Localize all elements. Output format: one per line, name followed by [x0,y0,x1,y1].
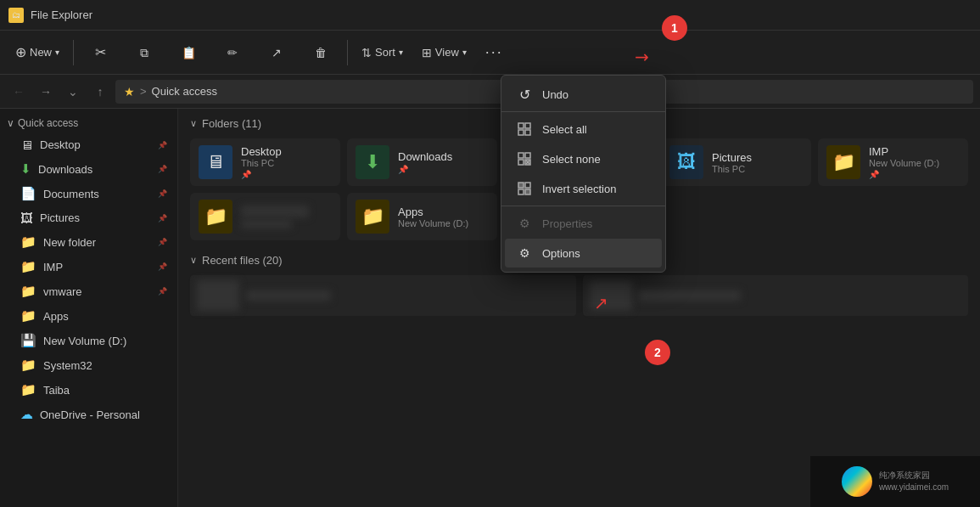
recent-section-label: Recent files (20) [202,254,283,267]
menu-item-label: Invert selection [542,183,616,195]
sidebar-item-imp[interactable]: 📁 IMP [3,255,174,279]
delete-icon: 🗑 [315,47,327,59]
sidebar-item-label: New folder [43,236,96,249]
properties-icon: ⚙ [517,216,532,231]
watermark-text: 纯净系统家园 www.yidaimei.com [879,470,949,493]
more-icon: ··· [485,43,503,61]
menu-item-invert-selection[interactable]: Invert selection [505,174,662,203]
menu-item-label: Select all [542,123,587,136]
invert-selection-icon [517,181,532,196]
recent-info [639,290,741,301]
menu-separator-2 [501,206,665,206]
folder-info: IMP New Volume (D:) 📌 [869,145,939,179]
sidebar-item-label: Apps [43,310,69,323]
svg-rect-12 [518,189,524,194]
watermark-icon [842,466,872,497]
menu-item-label: Options [542,247,580,260]
folder-card-desktop[interactable]: 🖥 Desktop This PC 📌 [190,138,340,186]
copy-button[interactable]: ⧉ [123,34,165,71]
folder-thumb: 🖼 [669,145,703,179]
folder-card-imp[interactable]: 📁 IMP New Volume (D:) 📌 [818,138,968,186]
svg-rect-6 [518,160,524,165]
folder-thumb: ⬇ [356,145,389,179]
menu-item-undo[interactable]: ↺ Undo [505,80,662,109]
svg-rect-5 [525,153,530,158]
menu-item-options[interactable]: ⚙ Options [505,239,662,268]
folder-sub: New Volume (D:) [869,158,939,168]
new-label: New [30,46,52,59]
sidebar-item-downloads[interactable]: ⬇ Downloads [3,157,174,181]
sidebar-item-pictures[interactable]: 🖼 Pictures [3,206,174,229]
cut-button[interactable]: ✂ [79,34,121,71]
view-chevron-icon: ▾ [462,48,467,57]
quick-access-header[interactable]: ∨ Quick access [0,114,177,132]
recent-item-2[interactable] [583,275,969,316]
breadcrumb-separator: > [140,85,147,98]
folder-icon: 📁 [20,259,36,274]
folder-card-pictures[interactable]: 🖼 Pictures This PC [661,138,811,186]
drive-icon: 💾 [20,333,36,348]
menu-item-select-none[interactable]: Select none [505,144,662,173]
recent-item-1[interactable] [190,275,576,316]
share-button[interactable]: ↗ [255,34,298,71]
sidebar-item-label: Pictures [40,211,80,224]
folder-sub: This PC [241,158,282,168]
back-button[interactable]: ← [7,80,31,104]
select-none-icon [517,151,532,166]
sidebar-item-new-volume[interactable]: 💾 New Volume (D:) [3,329,174,352]
folder-name [241,206,309,217]
recent-button[interactable]: ⌄ [61,80,85,104]
folder-card-extra[interactable]: 📁 [190,193,340,240]
toolbar: ⊕ New ▾ ✂ ⧉ 📋 ✏ ↗ 🗑 ⇅ Sort ▾ ⊞ View ▾ ··… [0,31,980,75]
folder-card-apps[interactable]: 📁 Apps New Volume (D:) [347,193,497,240]
menu-item-label: Properties [542,217,592,230]
toolbar-sep-1 [73,40,74,65]
folder-name: Apps [398,206,468,218]
view-button[interactable]: ⊞ View ▾ [413,34,475,71]
folder-thumb: 📁 [826,145,860,179]
paste-button[interactable]: 📋 [167,34,210,71]
folder-name: Downloads [398,150,452,163]
sidebar-item-taiba[interactable]: 📁 Taiba [3,378,174,402]
sidebar-item-label: System32 [43,359,92,372]
sort-button[interactable]: ⇅ Sort ▾ [353,34,412,71]
sidebar-item-onedrive[interactable]: ☁ OneDrive - Personal [3,403,174,426]
folder-name: Desktop [241,145,282,158]
folder-icon: 📁 [20,284,36,299]
sidebar-item-label: Taiba [43,384,70,397]
forward-button[interactable]: → [34,80,58,104]
sidebar-item-documents[interactable]: 📄 Documents [3,182,174,206]
folder-sub: New Volume (D:) [398,218,468,228]
share-icon: ↗ [272,47,282,59]
sidebar-quick-access-label: Quick access [18,117,78,129]
folder-sub: This PC [712,164,752,174]
sidebar-item-label: Downloads [38,163,92,176]
sidebar-item-new-folder[interactable]: 📁 New folder [3,230,174,254]
sidebar-item-label: IMP [43,261,63,273]
sidebar-item-vmware[interactable]: 📁 vmware [3,279,174,303]
more-button[interactable]: ··· [477,34,512,71]
sidebar-item-system32[interactable]: 📁 System32 [3,353,174,377]
folder-info: Desktop This PC 📌 [241,145,282,179]
menu-item-select-all[interactable]: Select all [505,115,662,144]
annotation-arrow-2: ↗ [594,293,608,313]
breadcrumb-path: Quick access [152,85,217,98]
folders-section-label: Folders (11) [202,117,261,130]
folder-thumb: 📁 [356,200,389,234]
sidebar-item-apps[interactable]: 📁 Apps [3,304,174,328]
undo-icon: ↺ [517,87,532,102]
sidebar-item-desktop[interactable]: 🖥 Desktop [3,133,174,156]
cut-icon: ✂ [95,46,106,59]
folder-card-downloads[interactable]: ⬇ Downloads 📌 [347,138,497,186]
quick-access-section: ∨ Quick access 🖥 Desktop ⬇ Downloads 📄 D… [0,112,177,429]
up-button[interactable]: ↑ [88,80,112,104]
folder-sub [241,220,292,228]
pictures-icon: 🖼 [20,211,33,225]
sidebar-item-label: vmware [43,285,82,298]
delete-button[interactable]: 🗑 [300,34,342,71]
rename-icon: ✏ [227,47,238,59]
rename-button[interactable]: ✏ [211,34,254,71]
recent-thumbnail [197,280,239,311]
new-button[interactable]: ⊕ New ▾ [7,34,68,71]
svg-rect-3 [525,130,530,135]
